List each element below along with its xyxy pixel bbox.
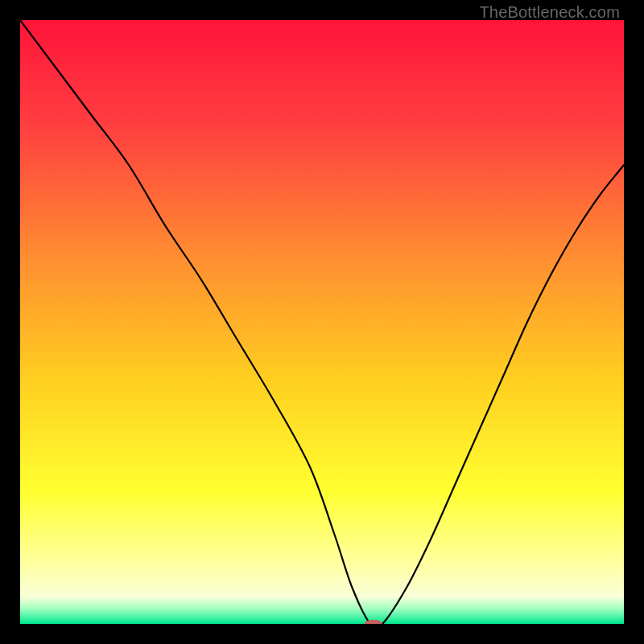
- bottleneck-chart: [20, 20, 624, 624]
- attribution-text: TheBottleneck.com: [479, 3, 620, 22]
- gradient-background: [20, 20, 624, 624]
- plot-area: [20, 20, 624, 624]
- chart-frame: TheBottleneck.com: [0, 0, 644, 644]
